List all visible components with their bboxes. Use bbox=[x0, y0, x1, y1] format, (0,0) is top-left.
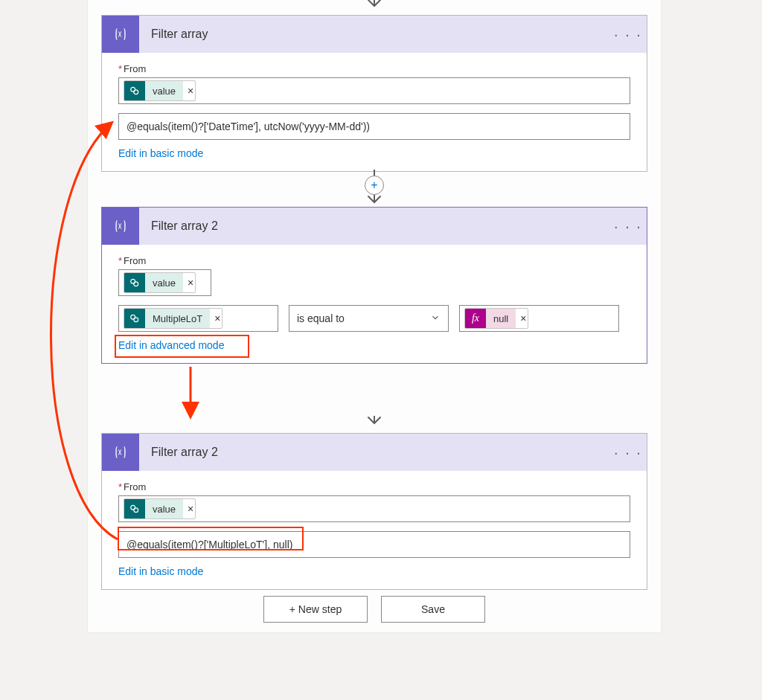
card-header[interactable]: Filter array 2 · · · bbox=[102, 208, 647, 245]
svg-point-6 bbox=[134, 318, 138, 322]
chevron-down-icon bbox=[430, 312, 441, 325]
token-null-expression[interactable]: fx null × bbox=[464, 308, 528, 329]
token-remove[interactable]: × bbox=[516, 312, 528, 324]
card-header[interactable]: Filter array 2 · · · bbox=[102, 434, 647, 471]
svg-point-1 bbox=[134, 90, 138, 94]
card-body: *From value × MultipleLoT × is equ bbox=[102, 245, 647, 363]
token-multiplelot[interactable]: MultipleLoT × bbox=[124, 308, 222, 329]
card-body: *From value × @equals(item()?['MultipleL… bbox=[102, 471, 647, 589]
connector-add: + bbox=[365, 170, 384, 208]
token-value[interactable]: value × bbox=[124, 272, 196, 293]
sharepoint-icon bbox=[124, 498, 145, 519]
card-title: Filter array 2 bbox=[139, 219, 609, 233]
card-filter-array-1: Filter array · · · *From value × @equals… bbox=[101, 15, 647, 172]
card-menu-button[interactable]: · · · bbox=[609, 444, 647, 461]
sharepoint-icon bbox=[124, 80, 145, 101]
card-title: Filter array 2 bbox=[139, 446, 609, 459]
card-menu-button[interactable]: · · · bbox=[609, 26, 647, 43]
new-step-button[interactable]: + New step bbox=[263, 596, 368, 623]
data-operation-icon bbox=[102, 434, 139, 471]
operator-text: is equal to bbox=[297, 312, 345, 324]
card-filter-array-2-advanced: Filter array 2 · · · *From value × @equa… bbox=[101, 433, 647, 590]
card-body: *From value × @equals(item()?['DateTime'… bbox=[102, 53, 647, 171]
token-remove[interactable]: × bbox=[183, 503, 195, 515]
edit-basic-mode-link[interactable]: Edit in basic mode bbox=[118, 147, 203, 159]
condition-left-input[interactable]: MultipleLoT × bbox=[118, 305, 278, 332]
from-input[interactable]: value × bbox=[118, 77, 630, 104]
sharepoint-icon bbox=[124, 272, 145, 293]
condition-right-input[interactable]: fx null × bbox=[459, 305, 619, 332]
connector-top bbox=[365, 0, 383, 12]
add-step-button[interactable]: + bbox=[365, 176, 384, 195]
required-asterisk: * bbox=[118, 63, 122, 74]
token-value[interactable]: value × bbox=[124, 498, 196, 519]
token-value[interactable]: value × bbox=[124, 80, 196, 101]
flow-canvas: Filter array · · · *From value × @equals… bbox=[88, 0, 661, 632]
fx-icon: fx bbox=[465, 308, 486, 329]
token-text: null bbox=[486, 309, 516, 328]
data-operation-icon bbox=[102, 208, 139, 245]
required-asterisk: * bbox=[118, 481, 122, 492]
from-input[interactable]: value × bbox=[118, 495, 630, 522]
card-menu-button[interactable]: · · · bbox=[609, 218, 647, 235]
token-remove[interactable]: × bbox=[183, 85, 195, 97]
token-remove[interactable]: × bbox=[183, 277, 195, 289]
svg-point-4 bbox=[134, 282, 138, 286]
token-remove[interactable]: × bbox=[210, 312, 222, 324]
card-filter-array-2-basic: Filter array 2 · · · *From value × Multi… bbox=[101, 207, 647, 364]
edit-basic-mode-link[interactable]: Edit in basic mode bbox=[118, 565, 203, 577]
bottom-button-bar: + New step Save bbox=[88, 596, 661, 623]
from-label: *From bbox=[118, 63, 630, 74]
expression-input[interactable]: @equals(item()?['MultipleLoT'], null) bbox=[118, 531, 630, 558]
expression-input[interactable]: @equals(item()?['DateTime'], utcNow('yyy… bbox=[118, 113, 630, 140]
svg-point-8 bbox=[134, 508, 138, 513]
card-header[interactable]: Filter array · · · bbox=[102, 16, 647, 53]
token-text: MultipleLoT bbox=[145, 309, 210, 328]
sharepoint-icon bbox=[124, 308, 145, 329]
connector-down bbox=[365, 416, 383, 429]
card-title: Filter array bbox=[139, 28, 609, 41]
token-text: value bbox=[145, 499, 183, 518]
save-button[interactable]: Save bbox=[381, 596, 485, 623]
data-operation-icon bbox=[102, 16, 139, 53]
from-label: *From bbox=[118, 255, 630, 266]
token-text: value bbox=[145, 273, 183, 292]
from-input[interactable]: value × bbox=[118, 269, 211, 296]
from-label: *From bbox=[118, 481, 630, 492]
condition-row: MultipleLoT × is equal to fx null × bbox=[118, 305, 630, 332]
token-text: value bbox=[145, 81, 183, 100]
required-asterisk: * bbox=[118, 255, 122, 266]
edit-advanced-mode-link[interactable]: Edit in advanced mode bbox=[118, 339, 224, 351]
condition-operator-select[interactable]: is equal to bbox=[289, 305, 449, 332]
